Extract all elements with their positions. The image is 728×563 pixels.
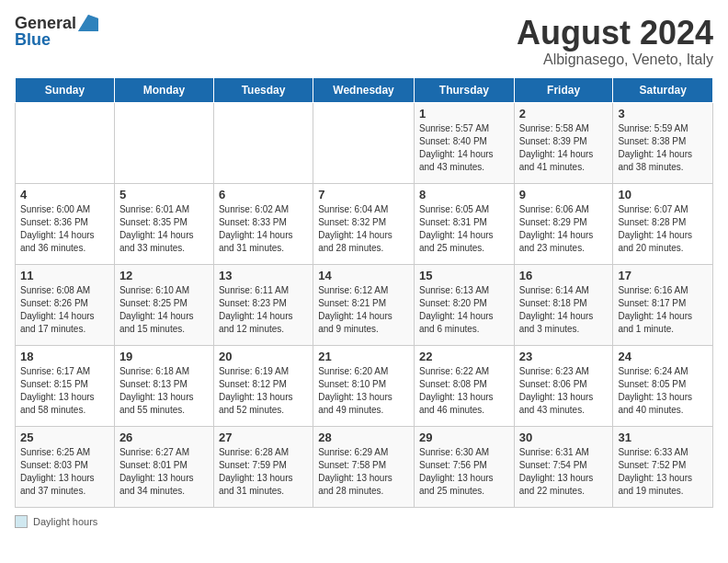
header-wednesday: Wednesday — [313, 77, 415, 102]
calendar-cell: 1Sunrise: 5:57 AM Sunset: 8:40 PM Daylig… — [414, 102, 514, 183]
day-info: Sunrise: 6:28 AM Sunset: 7:59 PM Dayligh… — [219, 446, 308, 498]
day-info: Sunrise: 5:59 AM Sunset: 8:38 PM Dayligh… — [618, 122, 708, 174]
week-row-0: 1Sunrise: 5:57 AM Sunset: 8:40 PM Daylig… — [16, 102, 713, 183]
daylight-legend-box — [15, 515, 28, 528]
day-number: 7 — [318, 188, 409, 201]
day-info: Sunrise: 6:07 AM Sunset: 8:28 PM Dayligh… — [618, 203, 708, 255]
day-info: Sunrise: 6:23 AM Sunset: 8:06 PM Dayligh… — [519, 365, 609, 417]
calendar-cell — [213, 102, 313, 183]
main-title: August 2024 — [517, 15, 713, 52]
day-info: Sunrise: 6:30 AM Sunset: 7:56 PM Dayligh… — [419, 446, 509, 498]
day-info: Sunrise: 6:17 AM Sunset: 8:15 PM Dayligh… — [20, 365, 109, 417]
calendar-cell: 25Sunrise: 6:25 AM Sunset: 8:03 PM Dayli… — [16, 426, 115, 507]
header-friday: Friday — [514, 77, 613, 102]
calendar-cell: 11Sunrise: 6:08 AM Sunset: 8:26 PM Dayli… — [16, 264, 115, 345]
day-info: Sunrise: 6:19 AM Sunset: 8:12 PM Dayligh… — [219, 365, 308, 417]
calendar-cell: 18Sunrise: 6:17 AM Sunset: 8:15 PM Dayli… — [16, 345, 115, 426]
day-number: 13 — [219, 269, 308, 282]
header-tuesday: Tuesday — [213, 77, 313, 102]
day-number: 20 — [219, 350, 308, 363]
calendar-cell: 15Sunrise: 6:13 AM Sunset: 8:20 PM Dayli… — [414, 264, 514, 345]
calendar-cell — [313, 102, 415, 183]
day-info: Sunrise: 6:01 AM Sunset: 8:35 PM Dayligh… — [119, 203, 209, 255]
day-info: Sunrise: 5:57 AM Sunset: 8:40 PM Dayligh… — [419, 122, 509, 174]
calendar-cell: 5Sunrise: 6:01 AM Sunset: 8:35 PM Daylig… — [114, 183, 213, 264]
day-info: Sunrise: 6:12 AM Sunset: 8:21 PM Dayligh… — [318, 284, 409, 336]
day-info: Sunrise: 6:14 AM Sunset: 8:18 PM Dayligh… — [519, 284, 609, 336]
day-number: 23 — [519, 350, 609, 363]
calendar-cell — [16, 102, 115, 183]
calendar-table: SundayMondayTuesdayWednesdayThursdayFrid… — [15, 77, 713, 508]
day-number: 17 — [618, 269, 708, 282]
day-number: 31 — [618, 431, 708, 444]
calendar-cell: 4Sunrise: 6:00 AM Sunset: 8:36 PM Daylig… — [16, 183, 115, 264]
calendar-cell: 22Sunrise: 6:22 AM Sunset: 8:08 PM Dayli… — [414, 345, 514, 426]
calendar-cell: 2Sunrise: 5:58 AM Sunset: 8:39 PM Daylig… — [514, 102, 613, 183]
day-number: 6 — [219, 188, 308, 201]
day-info: Sunrise: 5:58 AM Sunset: 8:39 PM Dayligh… — [519, 122, 609, 174]
day-number: 2 — [519, 107, 609, 121]
calendar-cell: 20Sunrise: 6:19 AM Sunset: 8:12 PM Dayli… — [213, 345, 313, 426]
day-info: Sunrise: 6:05 AM Sunset: 8:31 PM Dayligh… — [419, 203, 509, 255]
calendar-cell: 31Sunrise: 6:33 AM Sunset: 7:52 PM Dayli… — [613, 426, 713, 507]
week-row-4: 25Sunrise: 6:25 AM Sunset: 8:03 PM Dayli… — [16, 426, 713, 507]
calendar-cell: 9Sunrise: 6:06 AM Sunset: 8:29 PM Daylig… — [514, 183, 613, 264]
title-block: August 2024 Albignasego, Veneto, Italy — [517, 15, 713, 68]
day-number: 5 — [119, 188, 209, 201]
day-info: Sunrise: 6:16 AM Sunset: 8:17 PM Dayligh… — [618, 284, 708, 336]
calendar-cell: 12Sunrise: 6:10 AM Sunset: 8:25 PM Dayli… — [114, 264, 213, 345]
calendar-cell: 13Sunrise: 6:11 AM Sunset: 8:23 PM Dayli… — [213, 264, 313, 345]
calendar-cell: 28Sunrise: 6:29 AM Sunset: 7:58 PM Dayli… — [313, 426, 415, 507]
logo: General Blue — [15, 15, 98, 48]
day-info: Sunrise: 6:08 AM Sunset: 8:26 PM Dayligh… — [20, 284, 109, 336]
calendar-cell: 8Sunrise: 6:05 AM Sunset: 8:31 PM Daylig… — [414, 183, 514, 264]
calendar-cell: 10Sunrise: 6:07 AM Sunset: 8:28 PM Dayli… — [613, 183, 713, 264]
day-info: Sunrise: 6:13 AM Sunset: 8:20 PM Dayligh… — [419, 284, 509, 336]
day-info: Sunrise: 6:20 AM Sunset: 8:10 PM Dayligh… — [318, 365, 409, 417]
calendar-cell: 23Sunrise: 6:23 AM Sunset: 8:06 PM Dayli… — [514, 345, 613, 426]
logo-blue-text: Blue — [15, 31, 51, 48]
day-info: Sunrise: 6:29 AM Sunset: 7:58 PM Dayligh… — [318, 446, 409, 498]
day-number: 12 — [119, 269, 209, 282]
calendar-cell: 17Sunrise: 6:16 AM Sunset: 8:17 PM Dayli… — [613, 264, 713, 345]
week-row-2: 11Sunrise: 6:08 AM Sunset: 8:26 PM Dayli… — [16, 264, 713, 345]
day-number: 30 — [519, 431, 609, 444]
day-info: Sunrise: 6:00 AM Sunset: 8:36 PM Dayligh… — [20, 203, 109, 255]
day-info: Sunrise: 6:06 AM Sunset: 8:29 PM Dayligh… — [519, 203, 609, 255]
day-info: Sunrise: 6:33 AM Sunset: 7:52 PM Dayligh… — [618, 446, 708, 498]
calendar-cell: 27Sunrise: 6:28 AM Sunset: 7:59 PM Dayli… — [213, 426, 313, 507]
header-monday: Monday — [114, 77, 213, 102]
day-number: 26 — [119, 431, 209, 444]
daylight-legend-label: Daylight hours — [33, 516, 97, 527]
calendar-cell: 29Sunrise: 6:30 AM Sunset: 7:56 PM Dayli… — [414, 426, 514, 507]
logo-general-text: General — [15, 15, 76, 31]
footer: Daylight hours — [15, 515, 713, 528]
day-info: Sunrise: 6:24 AM Sunset: 8:05 PM Dayligh… — [618, 365, 708, 417]
day-number: 15 — [419, 269, 509, 282]
day-info: Sunrise: 6:27 AM Sunset: 8:01 PM Dayligh… — [119, 446, 209, 498]
day-info: Sunrise: 6:22 AM Sunset: 8:08 PM Dayligh… — [419, 365, 509, 417]
header-saturday: Saturday — [613, 77, 713, 102]
day-info: Sunrise: 6:02 AM Sunset: 8:33 PM Dayligh… — [219, 203, 308, 255]
day-number: 21 — [318, 350, 409, 363]
day-info: Sunrise: 6:31 AM Sunset: 7:54 PM Dayligh… — [519, 446, 609, 498]
week-row-3: 18Sunrise: 6:17 AM Sunset: 8:15 PM Dayli… — [16, 345, 713, 426]
header-thursday: Thursday — [414, 77, 514, 102]
day-number: 11 — [20, 269, 109, 282]
calendar-cell: 6Sunrise: 6:02 AM Sunset: 8:33 PM Daylig… — [213, 183, 313, 264]
calendar-cell: 21Sunrise: 6:20 AM Sunset: 8:10 PM Dayli… — [313, 345, 415, 426]
page-header: General Blue August 2024 Albignasego, Ve… — [15, 15, 713, 68]
day-number: 18 — [20, 350, 109, 363]
calendar-cell: 7Sunrise: 6:04 AM Sunset: 8:32 PM Daylig… — [313, 183, 415, 264]
day-number: 29 — [419, 431, 509, 444]
day-number: 25 — [20, 431, 109, 444]
calendar-cell: 16Sunrise: 6:14 AM Sunset: 8:18 PM Dayli… — [514, 264, 613, 345]
day-number: 3 — [618, 107, 708, 121]
day-number: 24 — [618, 350, 708, 363]
day-info: Sunrise: 6:10 AM Sunset: 8:25 PM Dayligh… — [119, 284, 209, 336]
day-info: Sunrise: 6:11 AM Sunset: 8:23 PM Dayligh… — [219, 284, 308, 336]
header-row: SundayMondayTuesdayWednesdayThursdayFrid… — [16, 77, 713, 102]
day-info: Sunrise: 6:18 AM Sunset: 8:13 PM Dayligh… — [119, 365, 209, 417]
day-number: 10 — [618, 188, 708, 201]
day-number: 9 — [519, 188, 609, 201]
